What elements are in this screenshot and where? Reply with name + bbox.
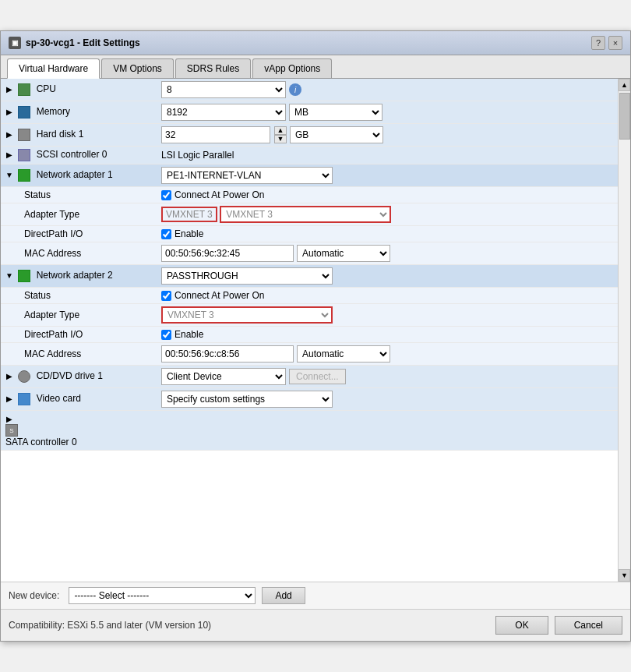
sata-expand-icon[interactable]: ▶: [5, 415, 13, 423]
footer-buttons: OK Cancel: [495, 616, 622, 635]
net2-adapter-select[interactable]: VMXNET 3: [161, 306, 333, 324]
hard-disk-down-btn[interactable]: ▼: [274, 135, 287, 143]
dialog-content: ▶ CPU 8 i: [1, 79, 630, 609]
net1-directpath-checkbox[interactable]: [161, 229, 171, 239]
scrollbar-up-btn[interactable]: ▲: [619, 79, 630, 91]
cdvd-connect-btn[interactable]: Connect...: [289, 369, 346, 384]
net2-status-cell: Connect At Power On: [157, 288, 618, 304]
net2-adapter-row: Adapter Type VMXNET 3: [1, 304, 618, 327]
cancel-button[interactable]: Cancel: [555, 616, 622, 635]
sata-value-cell: [157, 411, 618, 451]
hard-disk-controls: ▲ ▼ GB: [161, 126, 613, 143]
new-device-select[interactable]: ------- Select -------: [69, 587, 256, 604]
net1-directpath-value: Enable: [174, 228, 203, 239]
tab-sdrs-rules[interactable]: SDRS Rules: [175, 58, 251, 78]
net2-adapter-label: Adapter Type: [1, 304, 157, 327]
net2-status-checkbox-label: Connect At Power On: [161, 290, 613, 301]
net1-status-label: Status: [1, 187, 157, 203]
new-device-label: New device:: [9, 590, 59, 601]
scsi-expand-icon[interactable]: ▶: [5, 150, 13, 159]
hard-disk-input[interactable]: [161, 126, 270, 143]
memory-expand-icon[interactable]: ▶: [5, 108, 13, 116]
ok-button[interactable]: OK: [495, 616, 548, 635]
scsi-value: LSI Logic Parallel: [161, 150, 234, 161]
dialog-title: sp-30-vcg1 - Edit Settings: [26, 37, 140, 48]
memory-value-cell: 8192 MB: [157, 101, 618, 124]
scrollbar-down-btn[interactable]: ▼: [619, 569, 630, 582]
cpu-label: ▶ CPU: [1, 79, 157, 101]
net1-network-select[interactable]: PE1-INTERNET-VLAN: [161, 167, 333, 184]
memory-label: ▶ Memory: [1, 101, 157, 124]
cpu-info-icon[interactable]: i: [289, 83, 301, 96]
hard-disk-icon: [18, 129, 30, 141]
sata-icon: S: [5, 424, 18, 437]
close-button[interactable]: ×: [608, 36, 622, 50]
net1-row: ▼ Network adapter 1 PE1-INTERNET-VLAN: [1, 164, 618, 187]
hard-disk-up-btn[interactable]: ▲: [274, 126, 287, 135]
net2-directpath-checkbox[interactable]: [161, 330, 171, 340]
net1-status-cell: Connect At Power On: [157, 187, 618, 203]
net1-expand-icon[interactable]: ▼: [5, 171, 13, 179]
hard-disk-expand-icon[interactable]: ▶: [5, 130, 13, 139]
video-row: ▶ Video card Specify custom settings: [1, 388, 618, 411]
cdvd-expand-icon[interactable]: ▶: [5, 372, 13, 380]
hardware-list[interactable]: ▶ CPU 8 i: [1, 79, 618, 582]
scsi-icon: [18, 149, 30, 161]
net1-mac-input[interactable]: [161, 245, 294, 262]
cdvd-select[interactable]: Client Device: [161, 368, 286, 385]
hard-disk-unit-select[interactable]: GB: [290, 126, 383, 143]
hardware-table: ▶ CPU 8 i: [1, 79, 618, 451]
cpu-value-cell: 8 i: [157, 79, 618, 101]
scrollbar-thumb[interactable]: [619, 93, 630, 140]
memory-select[interactable]: 8192: [161, 104, 286, 121]
net2-status-row: Status Connect At Power On: [1, 288, 618, 304]
net2-mac-controls: Automatic: [161, 345, 613, 363]
cdvd-controls: Client Device Connect...: [161, 368, 613, 385]
new-device-bar: New device: ------- Select ------- Add: [1, 582, 630, 609]
net1-mac-mode-select[interactable]: Automatic: [297, 245, 390, 262]
net2-adapter-controls: VMXNET 3: [161, 306, 613, 324]
net1-directpath-cell: Enable: [157, 226, 618, 242]
cpu-expand-icon[interactable]: ▶: [5, 85, 13, 94]
cpu-controls: 8 i: [161, 81, 613, 98]
net1-mac-label: MAC Address: [1, 242, 157, 265]
net2-network-select[interactable]: PASSTHROUGH: [161, 267, 333, 285]
video-label: ▶ Video card: [1, 388, 157, 411]
memory-icon: [18, 106, 30, 118]
cdvd-icon: [18, 370, 30, 383]
net2-status-checkbox[interactable]: [161, 291, 171, 301]
tab-vapp-options[interactable]: vApp Options: [252, 58, 332, 78]
scsi-row: ▶ SCSI controller 0 LSI Logic Parallel: [1, 147, 618, 164]
scrollbar[interactable]: ▲ ▼: [618, 79, 630, 582]
tab-vm-options[interactable]: VM Options: [101, 58, 174, 78]
title-bar-left: ▣ sp-30-vcg1 - Edit Settings: [9, 37, 140, 49]
net1-label: ▼ Network adapter 1: [1, 164, 157, 187]
video-value-cell: Specify custom settings: [157, 388, 618, 411]
net1-mac-cell: Automatic: [157, 242, 618, 265]
net2-mac-mode-select[interactable]: Automatic: [297, 345, 390, 363]
video-select[interactable]: Specify custom settings: [161, 391, 333, 408]
video-icon: [18, 393, 30, 405]
cpu-row: ▶ CPU 8 i: [1, 79, 618, 101]
cpu-icon: [18, 83, 30, 96]
help-button[interactable]: ?: [591, 36, 605, 50]
video-expand-icon[interactable]: ▶: [5, 394, 13, 403]
net2-row: ▼ Network adapter 2 PASSTHROUGH: [1, 265, 618, 288]
cpu-select[interactable]: 8: [161, 81, 286, 98]
add-device-button[interactable]: Add: [262, 587, 305, 604]
net1-directpath-row: DirectPath I/O Enable: [1, 226, 618, 242]
sata-label: ▶ S SATA controller 0: [1, 411, 157, 451]
scrollbar-track[interactable]: [619, 91, 630, 569]
memory-unit-select[interactable]: MB: [289, 104, 382, 121]
tab-virtual-hardware[interactable]: Virtual Hardware: [7, 58, 100, 79]
net1-status-checkbox[interactable]: [161, 190, 171, 200]
cdvd-label: ▶ CD/DVD drive 1: [1, 366, 157, 388]
hard-disk-value-cell: ▲ ▼ GB: [157, 124, 618, 147]
net2-mac-input[interactable]: [161, 345, 294, 363]
net1-status-checkbox-label: Connect At Power On: [161, 189, 613, 200]
net2-directpath-label: DirectPath I/O: [1, 327, 157, 343]
net1-status-row: Status Connect At Power On: [1, 187, 618, 203]
net2-directpath-checkbox-label: Enable: [161, 329, 613, 340]
net2-expand-icon[interactable]: ▼: [5, 271, 13, 280]
dialog-footer: Compatibility: ESXi 5.5 and later (VM ve…: [1, 609, 630, 641]
